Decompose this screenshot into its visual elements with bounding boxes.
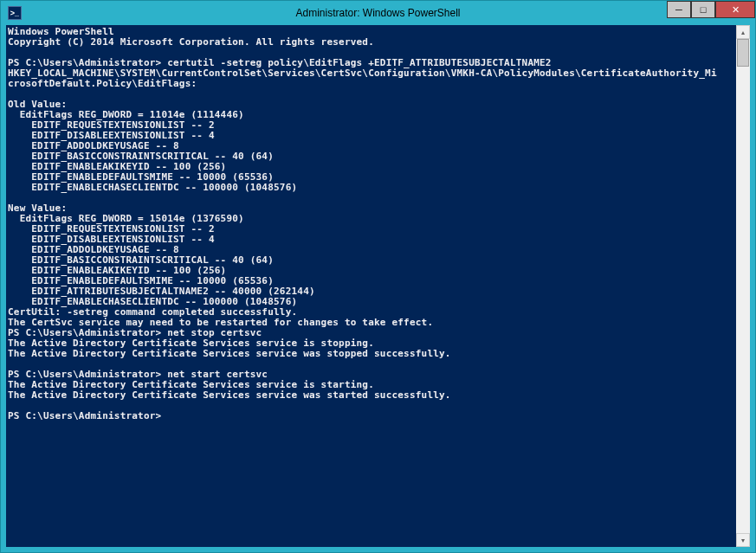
window-title: Administrator: Windows PowerShell <box>1 7 755 19</box>
scroll-track[interactable] <box>736 39 750 533</box>
close-button[interactable]: ✕ <box>715 1 755 18</box>
window-controls: ─ □ ✕ <box>667 1 755 18</box>
scroll-down-button[interactable]: ▾ <box>736 533 750 547</box>
maximize-button[interactable]: □ <box>691 1 715 18</box>
vertical-scrollbar[interactable]: ▴ ▾ <box>736 25 750 547</box>
scroll-thumb[interactable] <box>737 39 749 67</box>
scroll-up-button[interactable]: ▴ <box>736 25 750 39</box>
terminal-output[interactable]: Windows PowerShell Copyright (C) 2014 Mi… <box>6 25 736 547</box>
powershell-window: >_ Administrator: Windows PowerShell ─ □… <box>0 0 756 553</box>
titlebar[interactable]: >_ Administrator: Windows PowerShell ─ □… <box>1 1 755 25</box>
minimize-button[interactable]: ─ <box>667 1 691 18</box>
powershell-icon: >_ <box>8 6 22 20</box>
console-area: Windows PowerShell Copyright (C) 2014 Mi… <box>6 25 750 547</box>
